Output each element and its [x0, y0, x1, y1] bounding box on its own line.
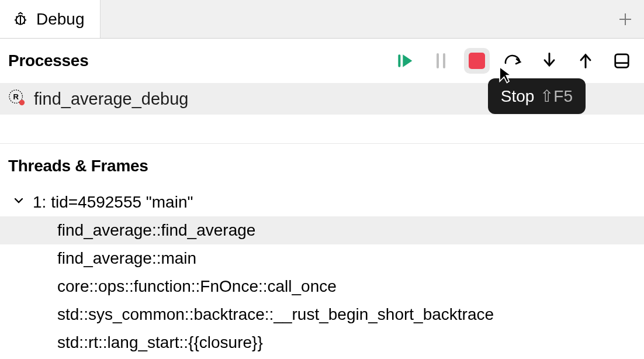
- stack-frame[interactable]: std::rt::lang_start::{{closure}}: [0, 329, 644, 357]
- thread-row[interactable]: 1: tid=4592555 "main": [0, 188, 644, 216]
- threads-frames-title: Threads & Frames: [0, 144, 644, 188]
- frame-label: find_average::main: [57, 249, 196, 267]
- svg-text:R: R: [13, 92, 19, 101]
- section-gap: [0, 115, 644, 144]
- frame-label: std::sys_common::backtrace::__rust_begin…: [57, 305, 494, 323]
- stack-frame[interactable]: std::sys_common::backtrace::__rust_begin…: [0, 301, 644, 329]
- processes-title: Processes: [8, 51, 88, 70]
- svg-rect-13: [615, 54, 629, 68]
- stop-icon: [469, 53, 485, 69]
- thread-label: 1: tid=4592555 "main": [33, 193, 193, 212]
- svg-rect-10: [398, 54, 400, 67]
- tabbar-spacer: [101, 0, 607, 38]
- frame-label: core::ops::function::FnOnce::call_once: [57, 277, 337, 295]
- stack-frame[interactable]: find_average::find_average: [0, 216, 644, 244]
- tooltip-shortcut: ⇧F5: [540, 87, 573, 106]
- process-name: find_average_debug: [34, 89, 188, 109]
- rust-icon: R: [8, 89, 26, 109]
- bug-icon: [12, 11, 29, 28]
- new-tab-button[interactable]: [607, 0, 644, 38]
- layout-settings-button[interactable]: [609, 48, 635, 74]
- pause-icon: [437, 53, 445, 68]
- stop-button[interactable]: [464, 48, 490, 74]
- stack-frame[interactable]: core::ops::function::FnOnce::call_once: [0, 272, 644, 301]
- pause-button[interactable]: [428, 48, 453, 74]
- frame-label: find_average::find_average: [57, 221, 255, 239]
- step-out-button[interactable]: [573, 48, 598, 74]
- debug-toolbar: [392, 48, 635, 74]
- debug-tab[interactable]: Debug: [0, 0, 101, 38]
- chevron-down-icon: [12, 193, 26, 212]
- tooltip-label: Stop: [501, 87, 535, 106]
- stack-frame[interactable]: core::ops::function::impls::<impl core::…: [0, 357, 644, 359]
- step-over-button[interactable]: [500, 48, 526, 74]
- frame-label: std::rt::lang_start::{{closure}}: [57, 333, 263, 351]
- resume-button[interactable]: [392, 48, 417, 74]
- stack-frame[interactable]: find_average::main: [0, 244, 644, 272]
- tab-title: Debug: [36, 10, 85, 29]
- svg-point-17: [19, 100, 25, 105]
- step-into-button[interactable]: [536, 48, 562, 74]
- stop-tooltip: Stop ⇧F5: [488, 78, 586, 114]
- tab-bar: Debug: [0, 0, 644, 39]
- processes-header: Processes: [0, 39, 644, 83]
